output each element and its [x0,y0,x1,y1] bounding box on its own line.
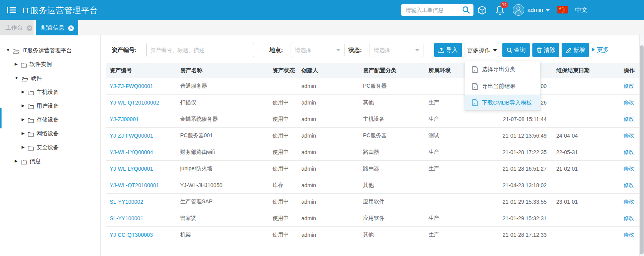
caret-right-icon[interactable]: ▶ [22,128,25,139]
caret-right-icon[interactable]: ▶ [22,141,25,153]
user-menu[interactable]: admin [527,7,543,13]
cell-env: 生产 [425,231,479,238]
app-window: IT服务运营管理平台 14 a [0,0,644,256]
caret-right-icon[interactable]: ▶ [15,155,18,167]
query-button[interactable]: 查询 [502,43,530,57]
cell-category: 主机设备 [360,116,425,123]
cell-name: 机架 [177,231,269,238]
search-icon[interactable] [462,6,470,14]
chevron-down-icon [546,9,550,12]
cell-warranty: 24-04-04 [550,133,620,139]
edit-link[interactable]: 修改 [624,116,634,122]
caret-down-icon[interactable]: ▼ [15,72,18,84]
edit-link[interactable]: 修改 [624,215,634,221]
cell-warranty: 23-01-01 [550,199,620,205]
category-tree-panel: ▼IT服务运营管理平台▶软件实例▼硬件▶主机设备▶用户设备▶存储设备▶网络设备▶… [0,35,101,256]
tree-node[interactable]: ▶用户设备 [22,100,59,111]
asset-id-link[interactable]: YJ-ZJ00001 [110,116,139,122]
tree-node[interactable]: ▼IT服务运营管理平台 [6,44,72,56]
table-row: SL-YY100002生产管理SAP使用中admin应用软件21-01-29 1… [106,194,641,210]
cell-env: 测试 [425,132,479,139]
cell-name: 普通服务器 [177,83,269,90]
search-icon [507,47,512,53]
cell-creator: admin [298,133,360,139]
asset-id-link[interactable]: YJ-ZJ-FWQ00001 [110,83,153,89]
tree-node[interactable]: ▶信息 [15,155,41,166]
tab-config-info[interactable]: 配置信息 ✕ [36,20,78,35]
asset-no-input[interactable] [146,43,254,57]
asset-id-link[interactable]: YJ-WL-LYQ00001 [110,166,153,172]
tree-guide-line [17,121,17,187]
edit-link[interactable]: 修改 [624,198,634,204]
asset-id-link[interactable]: YJ-WL-QT20100001 [110,182,159,188]
cell-category: PC服务器 [360,83,425,90]
more-operations-button[interactable]: 更多操作 [465,43,499,57]
cell-status: 使用中 [269,116,298,123]
asset-id-link[interactable]: YJ-CC-QT300003 [110,232,153,238]
cell-operations: 修改 [620,165,641,172]
tree-node[interactable]: ▶网络设备 [22,127,59,139]
edit-link[interactable]: 修改 [624,132,634,138]
tab-workbench[interactable]: 工作台 ✕ [0,20,33,35]
caret-down-icon[interactable]: ▼ [6,45,10,56]
cell-name: juniper防火墙 [177,165,269,172]
cell-creator: admin [298,232,360,238]
assets-table: 资产编号资产名称资产状态创建人资产配置分类所属环境维保结束日期操作 YJ-ZJ-… [106,63,641,243]
cell-env: 生产 [425,116,479,123]
cell-operations: 修改 [620,198,641,205]
cell-name: 生产管理SAP [177,198,269,205]
edit-link[interactable]: 修改 [624,231,634,238]
asset-id-link[interactable]: YJ-WL-QT20100002 [110,100,159,106]
folder-icon [28,118,34,123]
cell-name: PC服务器001 [177,132,269,139]
edit-link[interactable]: 修改 [624,99,634,105]
language-switch[interactable]: 中文 [575,6,587,14]
top-header: IT服务运营管理平台 14 a [0,0,644,20]
caret-right-icon[interactable]: ▶ [15,58,18,70]
asset-id-link[interactable]: YJ-WL-LYQ00004 [110,149,153,155]
location-select[interactable]: 请选择 [291,43,345,57]
tree-node[interactable]: ▶软件实例 [15,58,52,70]
close-icon[interactable]: ✕ [27,25,32,31]
excel-file-icon: x [472,99,478,106]
cube-icon[interactable] [477,5,487,15]
import-button[interactable]: 导入 [434,43,462,57]
tree-node[interactable]: ▶存储设备 [22,113,59,125]
tree-node[interactable]: ▶主机设备 [22,86,59,97]
cell-category: 应用软件 [360,198,425,205]
tree-node[interactable]: ▶安全设备 [22,141,59,153]
vertical-scrollbar-thumb[interactable] [640,45,644,254]
close-icon[interactable]: ✕ [68,25,74,31]
excel-file-icon: x [472,83,478,90]
folder-icon [28,131,34,137]
menu-item[interactable]: x导出当前结果 [465,78,540,95]
more-link[interactable]: 更多 [592,46,609,54]
caret-right-icon[interactable]: ▶ [22,100,25,111]
tree-node-label: IT服务运营管理平台 [22,45,72,56]
caret-right-icon[interactable]: ▶ [22,114,25,125]
clear-button[interactable]: 清除 [532,43,559,57]
menu-item-label: 下载CMDB导入模板 [482,99,532,106]
tree-node[interactable]: ▼硬件 [15,72,42,83]
edit-link[interactable]: 修改 [624,83,634,89]
asset-id-link[interactable]: SL-YY100002 [110,199,143,205]
caret-right-icon[interactable]: ▶ [22,86,25,98]
add-button[interactable]: 新增 [562,43,589,57]
cell-operations: 修改 [620,149,641,156]
table-row: YJ-ZJ00001金蝶系统服务器使用中admin主机设备生产21-07-08 … [106,111,641,128]
status-select[interactable]: 请选择 [370,43,423,57]
cell-name: 财务部路由wifi [177,149,269,156]
excel-file-icon: x [472,66,478,73]
cell-name: 管家婆 [177,215,269,222]
table-row: YJ-ZJ-FWQ00001PC服务器001使用中adminPC服务器测试21-… [106,128,641,144]
asset-id-link[interactable]: YJ-ZJ-FWQ00001 [110,133,153,139]
edit-link[interactable]: 修改 [624,149,634,155]
avatar[interactable] [513,4,524,16]
menu-item[interactable]: x下载CMDB导入模板 [465,95,540,110]
sidebar-toggle-icon[interactable] [7,6,17,14]
edit-link[interactable]: 修改 [624,165,634,171]
asset-id-link[interactable]: SL-YY100001 [110,215,143,221]
china-flag-icon[interactable]: ★ ★ ★ ★ ★ [557,6,568,13]
edit-link[interactable]: 修改 [624,182,634,188]
menu-item[interactable]: x选择导出分类 [465,61,540,78]
